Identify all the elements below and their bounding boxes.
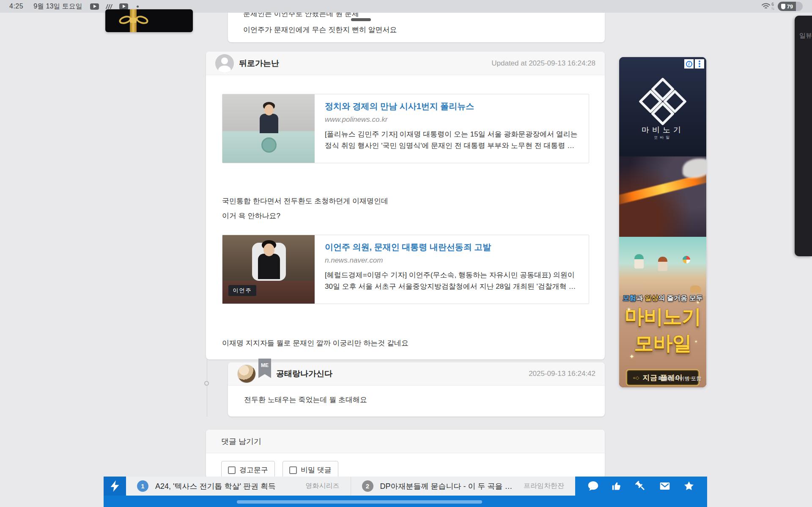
collapsed-media-handle[interactable] [351, 18, 371, 21]
link-description: [폴리뉴스 김민주 기자] 이재명 대통령이 오는 15일 서울 광화문광장에서… [325, 129, 579, 151]
comment-form: 댓글 남기기 경고문구 비밀 댓글 [206, 430, 605, 478]
ticker-source: 영화시리즈 [298, 482, 340, 491]
comment-card-partial: 문제인는 이언주로 안됐는데 뭔 문제 이언주가 문재인에게 무슨 짓한지 뻔히… [228, 13, 605, 42]
secret-comment-label: 비밀 댓글 [301, 465, 332, 475]
shield-icon [781, 4, 785, 9]
youtube-notification-icon [90, 3, 99, 10]
me-badge: ME [258, 359, 271, 378]
ticker-title[interactable]: A24, '텍사스 전기톱 학살' 판권 획득 [155, 481, 276, 491]
ticker-source: 프라임차한잔 [516, 482, 564, 491]
info-icon: i [686, 61, 692, 67]
ad-character [634, 254, 644, 269]
ticker-item-1[interactable]: 1 A24, '텍사스 전기톱 학살' 판권 획득 영화시리즈 [126, 477, 351, 496]
link-preview-body: 정치와 경제의 만남 시사1번지 폴리뉴스 www.polinews.co.kr… [315, 94, 589, 163]
sparkle-icon: ✦ [627, 307, 631, 312]
horizontal-scrollbar-thumb[interactable] [237, 500, 482, 504]
side-panel-label: 일뷰 [799, 32, 812, 40]
link-title[interactable]: 이언주 의원, 문재인 대통령 내란선동죄 고발 [325, 242, 579, 252]
ticker-item-2[interactable]: 2 DP아재분들께 묻습니다 - 이 두 곡을 듣고나서 ... 프라임차한잔 [351, 477, 576, 496]
link-title[interactable]: 정치와 경제의 만남 시사1번지 폴리뉴스 [325, 101, 579, 112]
reply-author[interactable]: 공태랑나가신다 [276, 368, 332, 379]
comment-form-title: 댓글 남기기 [221, 436, 261, 447]
nameplate: 이언주 [228, 285, 256, 296]
link-preview-naver[interactable]: 이언주 이언주 의원, 문재인 대통령 내란선동죄 고발 n.news.nave… [222, 235, 589, 304]
mail-icon[interactable] [659, 480, 671, 492]
wifi-generation-label: 6 [771, 3, 774, 7]
ticker-strip: 1 A24, '텍사스 전기톱 학살' 판권 획득 영화시리즈 2 DP아재분들… [126, 477, 575, 496]
comment-form-header: 댓글 남기기 [206, 430, 605, 453]
battery-indicator: 79 [778, 2, 803, 11]
comment-card: 뒤로가는난 Updated at 2025-09-13 16:24:28 정치와… [206, 52, 605, 359]
ad-options-button[interactable] [695, 59, 704, 69]
ad-disclaimer: 확률형 아이템 포함 [658, 375, 701, 382]
comment-author[interactable]: 뒤로가는난 [239, 58, 279, 69]
reply-timestamp: 2025-09-13 16:24:42 [529, 370, 595, 378]
vertical-dots-icon [699, 60, 700, 67]
comment-paragraph: 이거 욕 안하나요? [222, 211, 280, 221]
lightning-icon [111, 480, 119, 492]
comment-text: 문제인는 이언주로 안됐는데 뭔 문제 [243, 13, 359, 19]
ad-headline-line2: 모바일 [619, 330, 706, 356]
ad-choice-badges: i [684, 59, 704, 69]
ad-tagline: 모험과 일상의 즐거움 모두 [619, 294, 706, 303]
news-ticker-bar: 1 A24, '텍사스 전기톱 학살' 판권 획득 영화시리즈 2 DP아재분들… [104, 477, 707, 507]
ad-character [658, 257, 667, 271]
link-thumbnail[interactable]: 이언주 [222, 235, 315, 304]
side-panel-tab[interactable]: 일뷰 [795, 16, 812, 256]
gavel-icon[interactable] [635, 480, 646, 492]
youtube-notification-icon [119, 3, 128, 10]
link-thumbnail[interactable] [222, 94, 315, 163]
bar-action-icons [575, 477, 707, 496]
wifi-icon: 6 ↑↓ [761, 3, 774, 11]
checkbox-icon[interactable] [228, 466, 236, 474]
reply-text: 전두환 노태우는 죽었는데 뭘 초대해요 [244, 395, 367, 405]
ad-character-dog [690, 285, 701, 293]
dot-notification-icon [137, 5, 139, 8]
ad-banner-mabinogi[interactable]: 마비노기 모바일 i 모험과 일상의 즐거움 모두 마비노기 모바일 ✦ ✦ ✦… [619, 57, 706, 387]
reply-thread-line [207, 359, 207, 417]
comment-header: 뒤로가는난 Updated at 2025-09-13 16:24:28 [206, 52, 605, 75]
reply-header: ME 공태랑나가신다 2025-09-13 16:24:42 [228, 362, 605, 386]
sparkle-icon: ✦ [696, 300, 700, 305]
link-domain: n.news.naver.com [325, 256, 579, 265]
ad-info-button[interactable]: i [684, 59, 694, 69]
reply-comment-card: ME 공태랑나가신다 2025-09-13 16:24:42 전두환 노태우는 … [228, 362, 605, 417]
beach-ball [683, 256, 690, 263]
comment-text: 이언주가 문재인에게 무슨 짓한지 뻔히 알면서요 [243, 25, 397, 35]
wifi-traffic-arrows: ↑↓ [771, 7, 774, 11]
star-icon[interactable] [683, 480, 695, 492]
mabinogi-knot-logo-icon [637, 76, 688, 127]
avatar[interactable] [215, 54, 234, 73]
ad-headline-line1: 마비노기 [619, 304, 706, 330]
reply-thread-node [204, 381, 209, 386]
ticker-rank-badge: 2 [362, 480, 373, 492]
checkbox-icon[interactable] [289, 466, 297, 474]
ticker-bolt-button[interactable] [104, 477, 126, 496]
link-description: [헤럴드경제=이명수 기자] 이언주(무소속, 행동하는 자유시민 공동대표) … [325, 269, 579, 292]
warning-checkbox-label: 경고문구 [239, 465, 268, 475]
status-right: 6 ↑↓ 79 [761, 2, 803, 11]
cta-flourish-left: «◇ [633, 375, 639, 381]
ticker-title[interactable]: DP아재분들께 묻습니다 - 이 두 곡을 듣고나서 ... [380, 481, 516, 491]
slashes-notification-icon [106, 4, 112, 9]
link-preview-polinews[interactable]: 정치와 경제의 만남 시사1번지 폴리뉴스 www.polinews.co.kr… [222, 94, 589, 163]
comment-paragraph: 이재명 지지자들 뭘로 문재인 깔까 이궁리만 하는것 같네요 [222, 338, 409, 348]
gift-bow-knot [130, 18, 137, 23]
comment-icon[interactable] [587, 480, 599, 492]
gift-bow-icon [135, 14, 149, 25]
ad-logo-sub: 모바일 [619, 135, 706, 140]
ticker-rank-badge: 1 [137, 480, 148, 492]
clock: 4:25 [9, 3, 23, 10]
thumbs-up-icon[interactable] [611, 480, 623, 492]
comment-updated-time: Updated at 2025-09-13 16:24:28 [491, 59, 595, 68]
sparkle-icon: ✦ [629, 353, 634, 360]
battery-percent: 79 [787, 3, 793, 10]
comment-paragraph: 국민통합 한다면서 전두환도 초청하던게 이재명인데 [222, 196, 388, 206]
date: 9월 13일 토요일 [33, 2, 82, 11]
sparkle-icon: ✦ [694, 340, 698, 344]
gift-image-thumbnail[interactable] [105, 9, 193, 32]
ad-logo-name: 마비노기 [619, 125, 706, 135]
link-domain: www.polinews.co.kr [325, 115, 579, 124]
link-preview-body: 이언주 의원, 문재인 대통령 내란선동죄 고발 n.news.naver.co… [315, 235, 589, 304]
avatar[interactable] [237, 364, 256, 383]
